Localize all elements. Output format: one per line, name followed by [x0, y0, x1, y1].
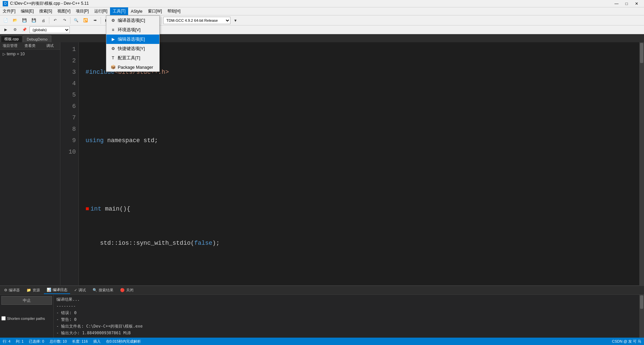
- line-numbers: 1 2 3 4 5 6 7 8 9 10: [60, 42, 79, 285]
- bottom-tab-resources[interactable]: 📁 资源: [24, 287, 43, 294]
- menu-run[interactable]: 运行[R]: [92, 7, 110, 15]
- shorten-paths-row: Shorten compiler paths: [1, 316, 52, 321]
- menu-window[interactable]: 窗口[W]: [145, 7, 165, 15]
- code-line-1: #include<bits/stdc++.h>: [86, 66, 644, 78]
- line-num-3: 3: [62, 66, 76, 78]
- sidebar-tab-view[interactable]: 查看类: [20, 42, 40, 49]
- debug-tool1[interactable]: ▶: [1, 26, 10, 34]
- code-line-7: [86, 272, 644, 283]
- print-button[interactable]: 🖨: [39, 16, 48, 24]
- redo-button[interactable]: ↷: [60, 16, 69, 24]
- dropdown-package-manager[interactable]: 📦 Package Manager: [106, 63, 159, 71]
- debug-tool2[interactable]: ⚙: [11, 26, 19, 34]
- sidebar-tab-debug[interactable]: 调试: [40, 42, 60, 49]
- undo-button[interactable]: ↶: [51, 16, 59, 24]
- close-tab-label: 关闭: [126, 288, 133, 293]
- title-text: C:\Dev-C++的项目\模板.cpp - Dev-C++ 5.11: [10, 1, 89, 6]
- package-manager-icon: 📦: [110, 64, 116, 70]
- app-icon: D: [3, 1, 8, 6]
- output-line-6: - 输出大小: 1.88490009307861 MiB: [56, 330, 637, 336]
- scroll-thumb[interactable]: [640, 43, 643, 63]
- tree-item-temp[interactable]: ▷ temp = 10: [1, 51, 59, 57]
- line-num-4: 4: [62, 78, 76, 89]
- main-area: 项目管理 查看类 调试 ▷ temp = 10 1 2 3 4 5 6 7 8 …: [0, 42, 644, 285]
- resources-icon: 📁: [26, 288, 31, 292]
- output-line-5: - 输出文件名: C:\Dev-C++的项目\模板.exe: [56, 323, 637, 330]
- title-bar-left: D C:\Dev-C++的项目\模板.cpp - Dev-C++ 5.11: [3, 1, 89, 6]
- menu-file[interactable]: 文件[F]: [0, 7, 18, 15]
- line-num-5: 5: [62, 89, 76, 101]
- save-all-button[interactable]: 💾: [30, 16, 38, 24]
- line-num-9: 9: [62, 135, 76, 146]
- env-options-label: 环境选项[V]: [118, 27, 141, 33]
- menu-edit[interactable]: 编辑[E]: [18, 7, 37, 15]
- tree-arrow-icon: ▷: [3, 52, 5, 56]
- bottom-left: 中止 Shorten compiler paths: [0, 295, 54, 338]
- compiler-options-icon: ⚙: [110, 18, 116, 23]
- line-num-2: 2: [62, 55, 76, 66]
- tab-debugdemo[interactable]: DebugDemo: [23, 36, 51, 42]
- code-lines: #include<bits/stdc++.h> using namespace …: [79, 42, 644, 285]
- bottom-tab-search[interactable]: 🔍 搜索结果: [90, 287, 116, 294]
- code-area[interactable]: 1 2 3 4 5 6 7 8 9 10 #include<bits/stdc+…: [60, 42, 644, 285]
- output-line-7: - 编译时间: 0.67s: [56, 336, 637, 338]
- stop-compile-button[interactable]: 中止: [1, 296, 52, 305]
- dropdown-env-options[interactable]: ≡ 环境选项[V]: [106, 25, 159, 35]
- replace-button[interactable]: 🔁: [81, 16, 90, 24]
- dropdown-editor-options[interactable]: ▶ 编辑器选项[E]: [106, 35, 159, 44]
- globals-select[interactable]: (globals): [30, 26, 70, 33]
- bottom-scrollbar[interactable]: [639, 295, 644, 338]
- save-button[interactable]: 💾: [20, 16, 29, 24]
- sidebar-tab-project[interactable]: 项目管理: [0, 42, 20, 49]
- dropdown-shortcut-options[interactable]: ⚙ 快捷键选项[Y]: [106, 44, 159, 53]
- compiler-dropdown-arrow[interactable]: ▼: [231, 16, 240, 24]
- bottom-tab-compile-log[interactable]: 📊 编译日志: [44, 287, 70, 294]
- code-content: 1 2 3 4 5 6 7 8 9 10 #include<bits/stdc+…: [60, 42, 644, 285]
- bottom-tab-close[interactable]: 🔴 关闭: [117, 287, 136, 294]
- dropdown-config-tools[interactable]: T 配置工具[T]: [106, 53, 159, 63]
- dropdown-compiler-options[interactable]: ⚙ 编译器选项[C]: [106, 16, 159, 25]
- menu-search[interactable]: 搜索[S]: [37, 7, 55, 15]
- resources-tab-label: 资源: [33, 288, 40, 293]
- goto-button[interactable]: ➡: [91, 16, 99, 24]
- bottom-scroll-thumb[interactable]: [640, 295, 643, 309]
- sep5: [162, 17, 162, 24]
- tools-dropdown-menu: ⚙ 编译器选项[C] ≡ 环境选项[V] ▶ 编辑器选项[E] ⚙ 快捷键选项[…: [106, 15, 160, 72]
- maximize-button[interactable]: □: [622, 0, 631, 7]
- scrollbar-right[interactable]: [639, 42, 644, 285]
- status-length: 长度: 116: [72, 339, 88, 344]
- find-button[interactable]: 🔍: [72, 16, 80, 24]
- status-row: 行: 4: [3, 339, 10, 344]
- menu-project[interactable]: 项目[P]: [73, 7, 92, 15]
- menu-help[interactable]: 帮助[H]: [165, 7, 183, 15]
- open-file-button[interactable]: 📂: [11, 16, 19, 24]
- minimize-button[interactable]: —: [612, 0, 621, 7]
- bottom-tab-compiler[interactable]: ⚙ 编译器: [1, 287, 22, 294]
- tab-moban[interactable]: 模板.cpp: [1, 36, 22, 42]
- menu-view[interactable]: 视图[V]: [55, 7, 73, 15]
- toolbar-secondary: ▶ ⚙ 📌 (globals): [0, 25, 644, 34]
- new-file-button[interactable]: 📄: [1, 16, 10, 24]
- line-num-10: 10: [62, 146, 76, 158]
- menu-astyle[interactable]: AStyle: [128, 7, 145, 15]
- sep1: [49, 17, 49, 24]
- close-button[interactable]: ✕: [632, 0, 641, 7]
- menu-tools[interactable]: 工具[T]: [110, 7, 128, 15]
- bottom-tab-debug[interactable]: ✓ 调试: [71, 287, 89, 294]
- compile-log-tab-label: 编译日志: [53, 287, 67, 292]
- editor-options-icon: ▶: [110, 37, 116, 42]
- bottom-right: 编译结果... -------- - 错误: 0 - 警告: 0 - 输出文件名…: [54, 295, 639, 338]
- tab-bar: 模板.cpp DebugDemo: [0, 34, 644, 42]
- search-tab-icon: 🔍: [93, 288, 97, 292]
- bottom-tabs: ⚙ 编译器 📁 资源 📊 编译日志 ✓ 调试 🔍 搜索结果 🔴 关闭: [0, 286, 644, 295]
- bottom-content: 中止 Shorten compiler paths 编译结果... ------…: [0, 295, 644, 338]
- status-total-lines: 总行数: 10: [50, 339, 67, 344]
- env-options-icon: ≡: [110, 27, 116, 33]
- tree-item-label: temp = 10: [7, 52, 25, 56]
- compiler-select[interactable]: TDM-GCC 4.9.2 64-bit Release: [163, 17, 230, 24]
- shorten-paths-checkbox[interactable]: [1, 316, 6, 321]
- debug-tab-icon: ✓: [74, 288, 77, 292]
- status-bar: 行: 4 列: 1 已选择: 0 总行数: 10 长度: 116 插入 在0.0…: [0, 338, 644, 345]
- sep3: [101, 17, 101, 24]
- debug-tool3[interactable]: 📌: [20, 26, 29, 34]
